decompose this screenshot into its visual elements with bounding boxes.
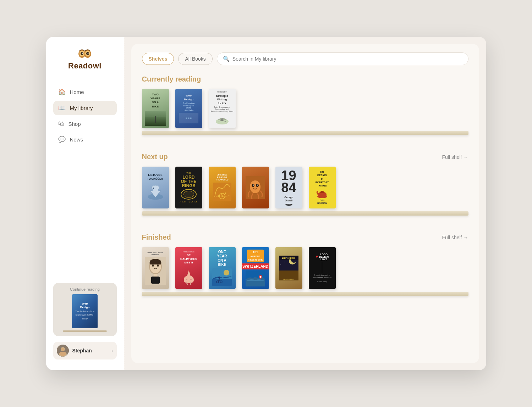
svg-point-18 [218, 195, 219, 197]
svg-text:THE HOBBIT: THE HOBBIT [282, 257, 295, 259]
main-content: Shelves All Books 🔍 Currently reading [124, 37, 486, 370]
books-row-finished: Steve Jobs Walter Isaacson [142, 247, 468, 291]
full-shelf-arrow-finished: → [464, 235, 468, 240]
book-stand [63, 330, 107, 332]
shelf-next-up: Next up Full shelf → LIETUVOSPAUKŠČIAI [142, 153, 468, 222]
shelf-currently-reading: Currently reading TWOYEARSON ABIKE [142, 75, 468, 141]
logo-area: Readowl [53, 48, 117, 71]
search-input[interactable] [232, 56, 462, 62]
book-1984[interactable]: 1984 GeorgeOrwell [275, 167, 302, 208]
svg-point-7 [88, 53, 89, 54]
svg-point-63 [281, 264, 281, 265]
shelf-plank-next-up [142, 211, 468, 216]
shelf-header-currently: Currently reading [142, 75, 468, 83]
svg-point-35 [152, 264, 154, 267]
shelf-finished: Finished Full shelf → Steve Jobs Walter … [142, 233, 468, 302]
svg-point-43 [224, 270, 229, 275]
news-icon: 💬 [58, 136, 66, 143]
svg-rect-54 [260, 277, 262, 278]
svg-point-27 [257, 184, 258, 185]
book-logo-design-love[interactable]: ♥ LOGODESIGNLOVE A guide to creatingicon… [309, 247, 336, 289]
book-lietuvos-pauksciai[interactable]: LIETUVOSPAUKŠČIAI [142, 167, 169, 208]
shelf-plank-finished [142, 292, 468, 296]
main-inner: Shelves All Books 🔍 Currently reading [131, 44, 479, 363]
sidebar-item-home[interactable]: 🏠 Home [53, 85, 117, 99]
book-nyc[interactable] [242, 167, 269, 208]
logo-owl-icon [77, 48, 93, 61]
full-shelf-label-next-up: Full shelf [442, 154, 462, 160]
continue-reading-label: Continue reading [57, 287, 113, 291]
sidebar-item-library-label: My library [70, 105, 93, 111]
sidebar-item-home-label: Home [70, 89, 84, 95]
full-shelf-arrow-next-up: → [464, 154, 468, 160]
user-avatar [57, 345, 69, 357]
book-design-everyday-things[interactable]: TheDESIGNofEVERYDAYTHINGS [309, 167, 336, 208]
svg-point-44 [218, 277, 220, 279]
svg-point-39 [186, 279, 187, 280]
svg-rect-38 [151, 277, 160, 284]
sidebar-item-news[interactable]: 💬 News [53, 132, 117, 147]
sidebar-nav: 🏠 Home 📖 My library 🛍 Shop 💬 News [53, 85, 117, 276]
user-name: Stephan [72, 348, 108, 353]
library-icon: 📖 [58, 104, 66, 112]
shop-icon: 🛍 [58, 120, 64, 127]
continue-reading-card[interactable]: Continue reading WebDesignThe Evolution … [53, 283, 117, 336]
shelf-header-next-up: Next up Full shelf → [142, 153, 468, 161]
app-container: Readowl 🏠 Home 📖 My library 🛍 Shop 💬 New… [46, 37, 486, 370]
shelf-title-next-up: Next up [142, 153, 168, 161]
svg-point-23 [250, 180, 260, 193]
sidebar: Readowl 🏠 Home 📖 My library 🛍 Shop 💬 New… [46, 37, 124, 370]
book-epic-bike-rides[interactable]: EPIC BIKERIDES OFTHE WORLD [209, 167, 236, 208]
full-shelf-link-finished[interactable]: Full shelf → [442, 235, 468, 240]
svg-point-6 [82, 53, 83, 54]
full-shelf-link-next-up[interactable]: Full shelf → [442, 154, 468, 160]
svg-text:J.R.R. TOLKIEN: J.R.R. TOLKIEN [283, 278, 294, 280]
shelf-plank-currently [142, 131, 468, 135]
search-bar: 🔍 [217, 52, 468, 65]
svg-point-16 [153, 188, 154, 189]
app-logo-text: Readowl [68, 61, 102, 71]
book-switzerland[interactable]: 101AMAZINGTHINGS TO GO IN SWITZERLAND [242, 247, 269, 289]
books-row-next-up: LIETUVOSPAUKŠČIAI [142, 167, 468, 211]
book-shelf-next-up: LIETUVOSPAUKŠČIAI [142, 167, 468, 222]
sidebar-item-shop[interactable]: 🛍 Shop [53, 117, 117, 131]
continue-reading-book-cover: WebDesignThe Evolution of the Digital Wo… [72, 294, 98, 328]
user-profile-row[interactable]: Stephan › [53, 342, 117, 359]
sidebar-item-shop-label: Shop [68, 121, 81, 127]
top-bar: Shelves All Books 🔍 [142, 52, 468, 65]
home-icon: 🏠 [58, 88, 66, 96]
svg-point-12 [59, 352, 66, 356]
book-strategic-writing[interactable]: O'REILLY StrategicWritingfor UX Drive En… [209, 89, 236, 128]
user-chevron-icon: › [111, 348, 113, 353]
svg-point-36 [157, 264, 159, 267]
shelf-header-finished: Finished Full shelf → [142, 233, 468, 241]
full-shelf-label-finished: Full shelf [442, 235, 462, 240]
book-two-years[interactable]: TWOYEARSON ABIKE [142, 89, 169, 128]
svg-point-40 [190, 279, 192, 280]
book-web-design[interactable]: WebDesign The Evolutionof the DigitalWor… [175, 89, 202, 128]
search-icon: 🔍 [223, 56, 230, 62]
svg-point-26 [253, 184, 254, 185]
book-one-year-bike[interactable]: ONEYEARON ABIKE [209, 247, 236, 289]
svg-point-62 [284, 262, 285, 262]
book-shelf-currently: TWOYEARSON ABIKE WebDesign [142, 89, 468, 141]
book-steve-jobs[interactable]: Steve Jobs Walter Isaacson [142, 247, 169, 289]
sidebar-item-my-library[interactable]: 📖 My library [53, 101, 117, 115]
books-row-currently: TWOYEARSON ABIKE WebDesign [142, 89, 468, 130]
tab-all-books[interactable]: All Books [178, 53, 212, 65]
svg-point-11 [61, 347, 65, 351]
sidebar-item-news-label: News [70, 136, 83, 143]
shelf-title-currently: Currently reading [142, 75, 201, 83]
book-hobbit[interactable]: THE HOBBIT J.R.R. TOLKIEN [275, 247, 302, 289]
shelf-title-finished: Finished [142, 233, 171, 241]
svg-rect-31 [321, 191, 323, 193]
book-priklausomas[interactable]: Priklausomas BEGALIMYBĖSMESTI [175, 247, 202, 289]
book-lord-of-rings[interactable]: THE LORDOF THERINGS J.R.R. TOLKIEN [175, 167, 202, 208]
svg-point-19 [225, 193, 226, 194]
book-shelf-finished: Steve Jobs Walter Isaacson [142, 247, 468, 302]
tab-shelves[interactable]: Shelves [142, 53, 174, 65]
